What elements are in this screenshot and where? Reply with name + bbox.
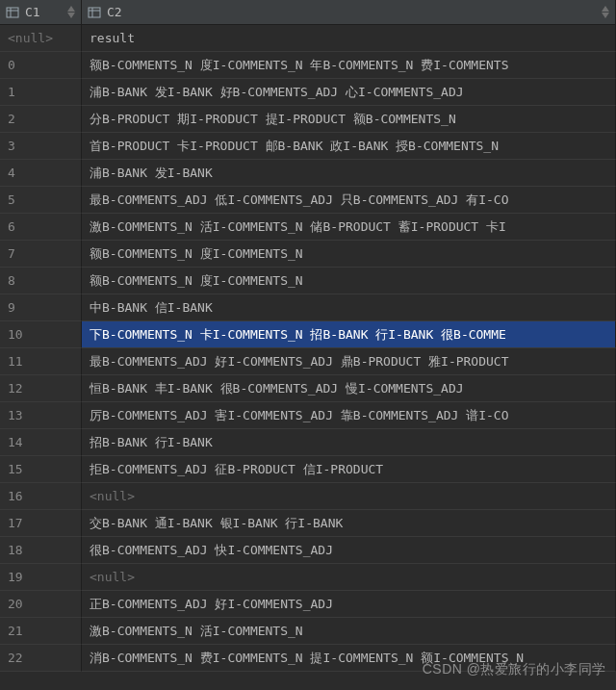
row-value[interactable]: 额B-COMMENTS_N 度I-COMMENTS_N 年B-COMMENTS_… bbox=[82, 52, 616, 79]
row-index[interactable]: 0 bbox=[0, 52, 82, 79]
row-index[interactable]: 2 bbox=[0, 106, 82, 133]
row-index[interactable]: 17 bbox=[0, 510, 82, 537]
row-value[interactable]: 恒B-BANK 丰I-BANK 很B-COMMENTS_ADJ 慢I-COMME… bbox=[82, 375, 616, 402]
row-value[interactable]: 额B-COMMENTS_N 度I-COMMENTS_N bbox=[82, 241, 616, 268]
row-value[interactable]: 分B-PRODUCT 期I-PRODUCT 提I-PRODUCT 额B-COMM… bbox=[82, 106, 616, 133]
row-value[interactable]: 中B-BANK 信I-BANK bbox=[82, 294, 616, 321]
row-value-null[interactable]: <null> bbox=[82, 483, 616, 510]
row-value[interactable]: 首B-PRODUCT 卡I-PRODUCT 邮B-BANK 政I-BANK 授B… bbox=[82, 133, 616, 160]
column-label: C2 bbox=[107, 5, 122, 19]
row-value[interactable]: 浦B-BANK 发I-BANK 好B-COMMENTS_ADJ 心I-COMME… bbox=[82, 79, 616, 106]
row-value[interactable]: 拒B-COMMENTS_ADJ 征B-PRODUCT 信I-PRODUCT bbox=[82, 456, 616, 483]
row-index[interactable]: 22 bbox=[0, 645, 82, 672]
row-value[interactable]: 浦B-BANK 发I-BANK bbox=[82, 160, 616, 187]
column-header-c2[interactable]: C2 bbox=[82, 0, 616, 25]
row-header-val[interactable]: result bbox=[82, 25, 616, 52]
row-value[interactable]: 消B-COMMENTS_N 费I-COMMENTS_N 提I-COMMENTS_… bbox=[82, 645, 616, 672]
row-value[interactable]: 交B-BANK 通I-BANK 银I-BANK 行I-BANK bbox=[82, 510, 616, 537]
row-index[interactable]: 21 bbox=[0, 618, 82, 645]
row-value[interactable]: 厉B-COMMENTS_ADJ 害I-COMMENTS_ADJ 靠B-COMME… bbox=[82, 402, 616, 429]
row-index[interactable]: 10 bbox=[0, 321, 82, 348]
row-value[interactable]: 下B-COMMENTS_N 卡I-COMMENTS_N 招B-BANK 行I-B… bbox=[82, 321, 616, 348]
row-index[interactable]: 18 bbox=[0, 537, 82, 564]
row-index[interactable]: 20 bbox=[0, 591, 82, 618]
row-index[interactable]: 5 bbox=[0, 187, 82, 214]
row-value[interactable]: 激B-COMMENTS_N 活I-COMMENTS_N bbox=[82, 618, 616, 645]
row-value[interactable]: 正B-COMMENTS_ADJ 好I-COMMENTS_ADJ bbox=[82, 591, 616, 618]
row-index[interactable]: 1 bbox=[0, 79, 82, 106]
row-value-null[interactable]: <null> bbox=[82, 564, 616, 591]
row-header-idx[interactable]: <null> bbox=[0, 25, 82, 52]
sort-indicator[interactable] bbox=[67, 0, 75, 24]
row-value[interactable]: 激B-COMMENTS_N 活I-COMMENTS_N 储B-PRODUCT 蓄… bbox=[82, 214, 616, 241]
row-value[interactable]: 额B-COMMENTS_N 度I-COMMENTS_N bbox=[82, 268, 616, 294]
row-index[interactable]: 8 bbox=[0, 268, 82, 294]
svg-rect-0 bbox=[7, 8, 18, 17]
row-index[interactable]: 3 bbox=[0, 133, 82, 160]
table-icon bbox=[6, 6, 19, 19]
row-index[interactable]: 12 bbox=[0, 375, 82, 402]
sort-indicator[interactable] bbox=[602, 0, 609, 24]
row-value[interactable]: 很B-COMMENTS_ADJ 快I-COMMENTS_ADJ bbox=[82, 537, 616, 564]
row-index[interactable]: 16 bbox=[0, 483, 82, 510]
svg-rect-3 bbox=[89, 8, 100, 17]
row-value[interactable]: 最B-COMMENTS_ADJ 低I-COMMENTS_ADJ 只B-COMME… bbox=[82, 187, 616, 214]
data-grid[interactable]: C1C2<null>result0额B-COMMENTS_N 度I-COMMEN… bbox=[0, 0, 616, 672]
row-index[interactable]: 13 bbox=[0, 402, 82, 429]
row-index[interactable]: 15 bbox=[0, 456, 82, 483]
row-index[interactable]: 9 bbox=[0, 294, 82, 321]
row-index[interactable]: 11 bbox=[0, 348, 82, 375]
column-header-c1[interactable]: C1 bbox=[0, 0, 82, 25]
column-label: C1 bbox=[25, 5, 40, 19]
row-value[interactable]: 最B-COMMENTS_ADJ 好I-COMMENTS_ADJ 鼎B-PRODU… bbox=[82, 348, 616, 375]
row-index[interactable]: 14 bbox=[0, 429, 82, 456]
row-index[interactable]: 4 bbox=[0, 160, 82, 187]
row-index[interactable]: 6 bbox=[0, 214, 82, 241]
table-icon bbox=[88, 6, 101, 19]
row-value[interactable]: 招B-BANK 行I-BANK bbox=[82, 429, 616, 456]
row-index[interactable]: 19 bbox=[0, 564, 82, 591]
row-index[interactable]: 7 bbox=[0, 241, 82, 268]
